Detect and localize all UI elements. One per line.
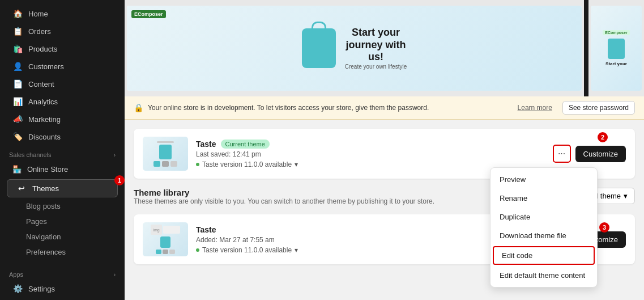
customers-icon: 👤 [12,62,23,71]
current-theme-name: Taste [196,140,216,149]
dropdown-item-rename[interactable]: Rename [491,189,597,208]
sidebar-settings-label: Settings [28,285,55,293]
sidebar-item-settings[interactable]: ⚙️ Settings [3,280,121,297]
version-chevron: ▾ [295,160,298,168]
dev-banner: 🔒 Your online store is in development. T… [125,96,644,120]
marketing-icon: 📣 [12,115,23,124]
current-theme-thumbnail [143,137,188,171]
sidebar-analytics-label: Analytics [28,98,58,106]
mobile-text: Start your [605,61,627,66]
sidebar-item-online-store[interactable]: 🏪 Online Store [3,161,121,178]
sidebar-item-content[interactable]: 📄 Content [3,75,121,92]
banner-message: Your online store is in development. To … [148,104,429,112]
sidebar-item-preferences[interactable]: Preferences [3,245,121,259]
theme-last-saved: Last saved: 12:41 pm [196,150,545,158]
themes-container: ↩ Themes 1 [3,179,121,198]
library-theme-version: Taste version 11.0.0 available [202,246,292,254]
content-scroll: Taste Current theme Last saved: 12:41 pm… [125,120,644,300]
dropdown-item-download[interactable]: Download theme file [491,226,597,245]
add-theme-chevron: ▾ [624,192,628,200]
preview-sub: Create your own lifestyle [345,64,407,70]
theme-version-text: Taste version 11.0.0 available [202,160,292,168]
home-icon: 🏠 [12,9,23,18]
library-thumb-inner: img [143,222,188,256]
dropdown-item-duplicate[interactable]: Duplicate [491,208,597,226]
sidebar-item-products[interactable]: 🛍️ Products [3,40,121,57]
lock-icon: 🔒 [134,103,143,112]
theme-preview-strip: EComposer Start your journey with us! Cr… [125,0,644,96]
library-thumb-bag [160,236,170,248]
desktop-preview: EComposer Start your journey with us! Cr… [127,6,582,91]
library-description: These themes are only visible to you. Yo… [134,197,434,205]
content-icon: 📄 [12,79,23,88]
heading-line3: us! [368,51,383,62]
sidebar-orders-label: Orders [28,27,51,36]
analytics-icon: 📊 [12,97,23,106]
sales-channels-label: Sales channels [9,151,52,158]
current-theme-card: Taste Current theme Last saved: 12:41 pm… [134,129,635,179]
products-icon: 🛍️ [12,44,23,53]
sidebar-online-store-label: Online Store [27,165,68,174]
blog-posts-label: Blog posts [26,202,61,210]
preview-heading: Start your journey with us! [345,27,407,64]
bag-image [302,28,336,68]
sidebar-item-pages[interactable]: Pages [3,214,121,229]
apps-label: Apps [9,271,23,278]
sidebar-item-navigation[interactable]: Navigation [3,230,121,244]
dropdown-menu: Preview Rename Duplicate Download theme … [490,167,598,288]
sidebar-item-home[interactable]: 🏠 Home [3,5,121,22]
sidebar-content-label: Content [28,80,54,88]
annotation-badge-3: 3 [599,222,609,233]
apps-section: Apps › [0,265,125,280]
current-theme-badge: Current theme [221,140,270,149]
sidebar-item-customers[interactable]: 👤 Customers [3,58,121,75]
desktop-preview-inner: EComposer Start your journey with us! Cr… [127,6,582,91]
discounts-icon: 🏷️ [12,132,23,141]
library-title: Theme library [134,188,434,197]
navigation-label: Navigation [26,233,61,241]
sidebar-themes-label: Themes [32,184,59,193]
mobile-preview-inner: EComposer Start your [591,6,642,91]
sidebar-item-blog-posts[interactable]: Blog posts [3,199,121,213]
library-version-chevron: ▾ [295,246,298,254]
composer-badge: EComposer [131,10,166,18]
apps-chevron[interactable]: › [114,272,116,278]
theme-name-row: Taste Current theme [196,140,545,149]
dropdown-item-preview[interactable]: Preview [491,170,597,189]
sidebar-customers-label: Customers [28,62,64,71]
see-store-password-button[interactable]: See store password [562,101,635,115]
theme-actions: 2 ··· Customize Preview Rename Duplicate… [553,145,626,163]
sidebar-item-themes[interactable]: ↩ Themes [7,179,118,197]
sidebar-item-analytics[interactable]: 📊 Analytics [3,93,121,110]
online-store-icon: 🏪 [12,165,22,174]
thumb-inner [143,137,188,171]
library-theme-thumbnail: img [143,222,188,256]
sidebar-item-marketing[interactable]: 📣 Marketing [3,111,121,128]
more-options-button[interactable]: ··· [553,145,571,163]
library-theme-name: Taste [196,225,216,234]
preview-text-block: Start your journey with us! Create your … [345,27,407,70]
library-title-block: Theme library These themes are only visi… [134,188,434,212]
settings-icon: ⚙️ [12,284,23,293]
sidebar-discounts-label: Discounts [28,133,61,141]
version-dot [196,163,199,166]
sales-channels-chevron[interactable]: › [114,152,116,158]
sidebar-home-label: Home [28,10,48,18]
sidebar-item-discounts[interactable]: 🏷️ Discounts [3,128,121,145]
dropdown-item-edit-code[interactable]: Edit code 3 [493,246,595,265]
main-content: EComposer Start your journey with us! Cr… [125,0,644,300]
preferences-label: Preferences [26,248,66,256]
edit-code-label: Edit code [502,251,532,260]
orders-icon: 📋 [12,27,23,36]
customize-button[interactable]: Customize [575,146,626,162]
sidebar-products-label: Products [28,45,57,53]
learn-more-link[interactable]: Learn more [518,104,552,112]
heading-line1: Start your [352,27,400,38]
sidebar-item-orders[interactable]: 📋 Orders [3,23,121,40]
dropdown-item-edit-default[interactable]: Edit default theme content [491,266,597,285]
themes-icon: ↩ [16,184,27,193]
theme-info: Taste Current theme Last saved: 12:41 pm… [196,140,545,168]
mobile-composer-badge: EComposer [603,30,629,35]
theme-version-row[interactable]: Taste version 11.0.0 available ▾ [196,160,545,168]
mobile-bag [608,39,625,59]
